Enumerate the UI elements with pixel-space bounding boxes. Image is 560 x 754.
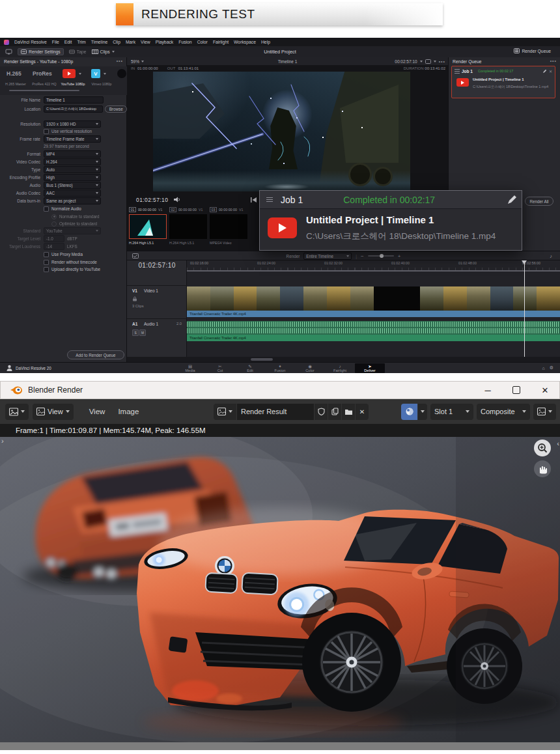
edit-pencil-icon[interactable] xyxy=(542,69,547,74)
render-image-viewport[interactable]: › ‹ xyxy=(0,437,560,742)
video-clip-thumbnails[interactable] xyxy=(187,286,560,311)
user-icon[interactable] xyxy=(7,365,12,371)
menu-image[interactable]: Image xyxy=(118,408,139,415)
open-image-button[interactable] xyxy=(342,404,355,420)
menu-view[interactable]: View xyxy=(89,408,105,415)
timeline-playhead[interactable] xyxy=(524,260,525,357)
close-button[interactable]: ✕ xyxy=(531,382,559,398)
menu-help[interactable]: Help xyxy=(261,40,270,44)
scrollbar-handle[interactable] xyxy=(251,358,273,361)
menu-file[interactable]: File xyxy=(52,40,59,44)
chevron-down-icon[interactable] xyxy=(104,73,106,75)
vimeo-preset-icon[interactable]: V xyxy=(91,69,100,78)
audio-note-icon[interactable]: ♪ xyxy=(550,253,552,259)
page-media[interactable]: ▤Media xyxy=(175,364,205,372)
image-name-field[interactable]: Render Result xyxy=(237,404,314,420)
new-image-button[interactable] xyxy=(328,404,341,420)
channels-dropdown[interactable] xyxy=(418,404,427,420)
page-fairlight[interactable]: ♪Fairlight xyxy=(325,364,355,372)
menu-color[interactable]: Color xyxy=(197,40,208,44)
normalize-audio-checkbox[interactable] xyxy=(44,206,49,212)
clip-thumbnail-3[interactable] xyxy=(210,214,247,239)
mode-select[interactable]: View xyxy=(33,404,74,420)
menu-view[interactable]: View xyxy=(141,40,150,44)
preset-prores[interactable]: ProRes xyxy=(33,70,52,77)
page-edit[interactable]: ✎Edit xyxy=(235,364,265,372)
data-burn-in-select[interactable]: Same as project xyxy=(44,197,101,204)
timeline-hscrollbar[interactable] xyxy=(127,357,560,362)
browse-button[interactable]: Browse xyxy=(105,105,127,113)
viewer-more-menu[interactable]: ••• xyxy=(439,59,445,64)
optimize-standard-radio[interactable] xyxy=(51,221,57,227)
format-select[interactable]: MP4 xyxy=(44,150,101,158)
vertical-resolution-checkbox[interactable] xyxy=(44,129,49,134)
fake-user-shield-button[interactable] xyxy=(315,404,328,420)
home-icon[interactable]: ⌂ xyxy=(542,366,544,370)
menu-clip[interactable]: Clip xyxy=(113,40,120,44)
preset-scrollbar[interactable] xyxy=(9,90,79,91)
timeline-ruler[interactable]: 01:02:16:00 01:02:24:00 01:02:32:00 01:0… xyxy=(187,260,560,270)
menu-workspace[interactable]: Workspace xyxy=(234,40,256,44)
gear-icon[interactable]: ⚙ xyxy=(550,365,553,370)
menu-timeline[interactable]: Timeline xyxy=(91,40,107,44)
chevron-down-icon[interactable] xyxy=(79,73,81,75)
page-deliver[interactable]: ➤Deliver xyxy=(355,363,385,373)
target-level-input[interactable]: -1.0 xyxy=(44,235,64,242)
solo-button[interactable]: S xyxy=(132,329,139,336)
normalize-standard-radio[interactable] xyxy=(51,214,57,219)
video-track-id[interactable]: V1 xyxy=(132,288,137,293)
frame-rate-select[interactable]: Timeline Frame Rate xyxy=(44,135,101,143)
render-scope-select[interactable]: Entire Timeline xyxy=(303,253,352,260)
page-cut[interactable]: ✂Cut xyxy=(205,364,235,372)
audio-track-id[interactable]: A1 xyxy=(132,322,137,326)
timeline-options-icon[interactable] xyxy=(132,253,139,258)
location-input[interactable]: C:\Users\크로스헤어 18\Desktop xyxy=(44,105,103,113)
maximize-button[interactable] xyxy=(502,382,531,398)
chevron-down-icon[interactable] xyxy=(434,61,436,63)
audio-clip-label[interactable]: Titanfall Cinematic Trailer 4K.mp4 xyxy=(187,335,560,341)
timeline-scroll-indicator[interactable] xyxy=(187,270,560,272)
menu-fairlight[interactable]: Fairlight xyxy=(213,40,229,44)
drag-handle-icon[interactable] xyxy=(455,68,460,75)
tiktok-preset-icon[interactable] xyxy=(117,69,126,78)
loudness-input[interactable]: -14 xyxy=(44,243,64,250)
lock-icon[interactable] xyxy=(132,296,137,301)
video-codec-select[interactable]: H.264 xyxy=(44,158,101,165)
pass-select[interactable]: Composite xyxy=(477,404,530,420)
clip-thumbnail-2[interactable] xyxy=(169,214,207,239)
timeline-zoom-slider[interactable] xyxy=(368,255,394,257)
menu-fusion[interactable]: Fusion xyxy=(178,40,191,44)
menu-trim[interactable]: Trim xyxy=(77,40,85,44)
zoom-in-icon[interactable]: + xyxy=(398,253,401,259)
minimize-button[interactable]: ─ xyxy=(473,382,502,398)
menu-playback[interactable]: Playback xyxy=(156,40,174,44)
page-color[interactable]: ◉Color xyxy=(295,364,325,372)
no-timecode-checkbox[interactable] xyxy=(44,260,49,265)
type-select[interactable]: Auto xyxy=(44,166,101,173)
upload-youtube-checkbox[interactable] xyxy=(44,267,49,272)
unlink-image-button[interactable]: ✕ xyxy=(356,404,369,420)
render-queue-toggle-button[interactable]: Render Queue xyxy=(514,48,551,53)
youtube-preset-icon[interactable] xyxy=(63,69,76,78)
audio-select[interactable]: Bus 1 (Stereo) xyxy=(44,182,101,189)
resolution-select[interactable]: 1920 x 1080 HD xyxy=(44,120,101,128)
zoom-in-button[interactable] xyxy=(534,440,551,456)
browse-image-button[interactable] xyxy=(214,404,236,420)
pan-hand-button[interactable] xyxy=(534,460,551,477)
page-fusion[interactable]: ✦Fusion xyxy=(265,364,295,372)
proxy-media-checkbox[interactable] xyxy=(44,252,49,257)
menu-app[interactable]: DaVinci Resolve xyxy=(14,40,47,44)
mute-button[interactable]: M xyxy=(139,329,146,336)
encoding-profile-select[interactable]: High xyxy=(44,174,101,181)
preset-prores-sub[interactable]: ProRes 422 HQ xyxy=(30,82,59,86)
preset-h265[interactable]: H.265 xyxy=(7,70,21,77)
right-region-toggle-icon[interactable]: ‹ xyxy=(557,440,559,447)
display-channels-button[interactable] xyxy=(401,404,417,420)
display-icon[interactable] xyxy=(425,59,431,64)
menu-edit[interactable]: Edit xyxy=(64,40,72,44)
close-icon[interactable]: ✕ xyxy=(549,69,552,74)
file-name-input[interactable]: Timeline 1 xyxy=(44,96,104,104)
queue-more-menu[interactable]: ••• xyxy=(550,59,557,63)
preset-h265-sub[interactable]: H.265 Master xyxy=(1,82,30,86)
audio-clip-waveform[interactable] xyxy=(187,321,560,335)
